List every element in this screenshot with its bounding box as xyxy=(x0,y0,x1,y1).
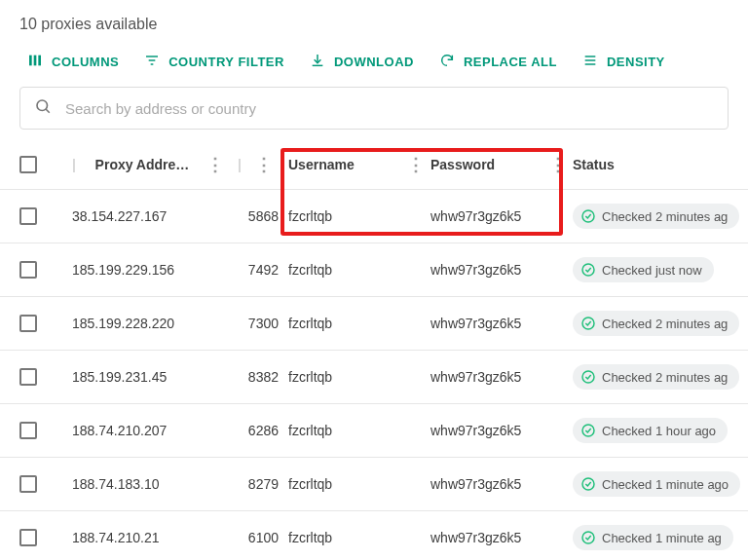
svg-point-16 xyxy=(582,478,594,490)
toolbar: COLUMNS COUNTRY FILTER DOWNLOAD REPLACE … xyxy=(0,41,748,87)
search-box[interactable] xyxy=(19,87,729,130)
cell-proxy-address: 185.199.228.220 xyxy=(72,316,230,331)
table-row[interactable]: 185.199.229.1567492fzcrltqbwhw97r3gz6k5C… xyxy=(0,243,748,297)
row-checkbox[interactable] xyxy=(19,207,37,225)
status-badge: Checked 2 minutes ag xyxy=(573,204,739,229)
table-row[interactable]: 185.199.231.458382fzcrltqbwhw97r3gz6k5Ch… xyxy=(0,351,748,404)
country-filter-label: COUNTRY FILTER xyxy=(168,55,284,69)
status-badge: Checked 2 minutes ag xyxy=(573,311,739,336)
cell-username: fzcrltqb xyxy=(288,316,430,331)
cell-port: 6100 xyxy=(230,530,288,545)
svg-rect-1 xyxy=(34,56,37,66)
row-checkbox[interactable] xyxy=(19,315,37,332)
density-label: DENSITY xyxy=(607,55,665,69)
density-icon xyxy=(582,53,598,71)
cell-password: whw97r3gz6k5 xyxy=(430,316,573,331)
filter-icon xyxy=(144,53,160,71)
cell-password: whw97r3gz6k5 xyxy=(430,369,573,385)
column-separator: | xyxy=(72,157,84,172)
row-checkbox[interactable] xyxy=(19,422,37,439)
search-icon xyxy=(34,97,52,119)
cell-password: whw97r3gz6k5 xyxy=(430,423,573,438)
column-separator: | xyxy=(238,157,249,172)
status-text: Checked 2 minutes ag xyxy=(602,317,728,331)
column-menu-icon[interactable]: ⋮ xyxy=(249,156,279,173)
columns-button[interactable]: COLUMNS xyxy=(27,53,119,71)
svg-point-17 xyxy=(582,532,594,543)
cell-port: 6286 xyxy=(230,423,288,438)
row-checkbox[interactable] xyxy=(19,529,37,546)
status-text: Checked 1 minute ago xyxy=(602,477,729,492)
search-input[interactable] xyxy=(63,99,714,118)
select-all-checkbox[interactable] xyxy=(19,156,37,173)
refresh-icon xyxy=(439,53,455,71)
cell-status: Checked 2 minutes ag xyxy=(573,311,748,336)
cell-username: fzcrltqb xyxy=(288,369,430,385)
columns-icon xyxy=(27,53,43,71)
status-badge: Checked just now xyxy=(573,257,714,282)
cell-port: 7300 xyxy=(230,316,288,331)
country-filter-button[interactable]: COUNTRY FILTER xyxy=(144,53,284,71)
proxy-table: | Proxy Addre… ⋮ | ⋮ Username ⋮ Password… xyxy=(0,139,748,560)
svg-point-11 xyxy=(582,210,594,222)
row-checkbox[interactable] xyxy=(19,261,37,279)
svg-line-10 xyxy=(46,109,50,113)
check-circle-icon xyxy=(580,369,596,385)
check-circle-icon xyxy=(580,208,596,224)
cell-port: 8382 xyxy=(230,369,288,385)
replace-all-button[interactable]: REPLACE ALL xyxy=(439,53,557,71)
density-button[interactable]: DENSITY xyxy=(582,53,665,71)
check-circle-icon xyxy=(580,476,596,492)
cell-username: fzcrltqb xyxy=(288,208,430,224)
status-badge: Checked 1 minute ag xyxy=(573,525,733,550)
header-proxy-address[interactable]: Proxy Addre… xyxy=(95,157,190,172)
row-checkbox[interactable] xyxy=(19,368,37,386)
column-menu-icon[interactable]: ⋮ xyxy=(543,156,573,173)
cell-port: 5868 xyxy=(230,208,288,224)
row-checkbox[interactable] xyxy=(19,475,37,493)
table-header: | Proxy Addre… ⋮ | ⋮ Username ⋮ Password… xyxy=(0,139,748,190)
cell-password: whw97r3gz6k5 xyxy=(430,476,573,492)
svg-rect-2 xyxy=(38,56,41,66)
status-badge: Checked 1 hour ago xyxy=(573,418,728,443)
status-text: Checked 2 minutes ag xyxy=(602,209,728,224)
header-status[interactable]: Status xyxy=(573,157,615,172)
cell-password: whw97r3gz6k5 xyxy=(430,262,573,278)
svg-point-12 xyxy=(582,264,594,276)
cell-status: Checked 2 minutes ag xyxy=(573,364,748,390)
cell-proxy-address: 185.199.229.156 xyxy=(72,262,230,278)
cell-password: whw97r3gz6k5 xyxy=(430,530,573,545)
cell-proxy-address: 188.74.210.21 xyxy=(72,530,230,545)
header-password[interactable]: Password xyxy=(430,157,495,172)
table-row[interactable]: 188.74.183.108279fzcrltqbwhw97r3gz6k5Che… xyxy=(0,458,748,511)
cell-username: fzcrltqb xyxy=(288,476,430,492)
cell-status: Checked 1 hour ago xyxy=(573,418,748,443)
cell-port: 8279 xyxy=(230,476,288,492)
status-badge: Checked 2 minutes ag xyxy=(573,364,739,390)
cell-status: Checked 2 minutes ag xyxy=(573,204,748,229)
table-row[interactable]: 188.74.210.2076286fzcrltqbwhw97r3gz6k5Ch… xyxy=(0,404,748,458)
download-label: DOWNLOAD xyxy=(334,55,414,69)
column-menu-icon[interactable]: ⋮ xyxy=(401,156,430,173)
column-menu-icon[interactable]: ⋮ xyxy=(201,156,230,173)
svg-point-9 xyxy=(37,100,48,111)
table-row[interactable]: 38.154.227.1675868fzcrltqbwhw97r3gz6k5Ch… xyxy=(0,190,748,243)
check-circle-icon xyxy=(580,530,596,545)
cell-password: whw97r3gz6k5 xyxy=(430,208,573,224)
check-circle-icon xyxy=(580,423,596,438)
svg-rect-0 xyxy=(29,56,32,66)
check-circle-icon xyxy=(580,262,596,278)
cell-username: fzcrltqb xyxy=(288,530,430,545)
table-row[interactable]: 188.74.210.216100fzcrltqbwhw97r3gz6k5Che… xyxy=(0,511,748,560)
replace-all-label: REPLACE ALL xyxy=(464,55,557,69)
page-title: 10 proxies available xyxy=(0,0,748,41)
table-row[interactable]: 185.199.228.2207300fzcrltqbwhw97r3gz6k5C… xyxy=(0,297,748,351)
cell-proxy-address: 188.74.183.10 xyxy=(72,476,230,492)
svg-point-15 xyxy=(582,425,594,436)
check-circle-icon xyxy=(580,316,596,331)
cell-username: fzcrltqb xyxy=(288,423,430,438)
cell-port: 7492 xyxy=(230,262,288,278)
download-button[interactable]: DOWNLOAD xyxy=(310,53,414,71)
svg-point-13 xyxy=(582,317,594,329)
header-username[interactable]: Username xyxy=(288,157,355,172)
